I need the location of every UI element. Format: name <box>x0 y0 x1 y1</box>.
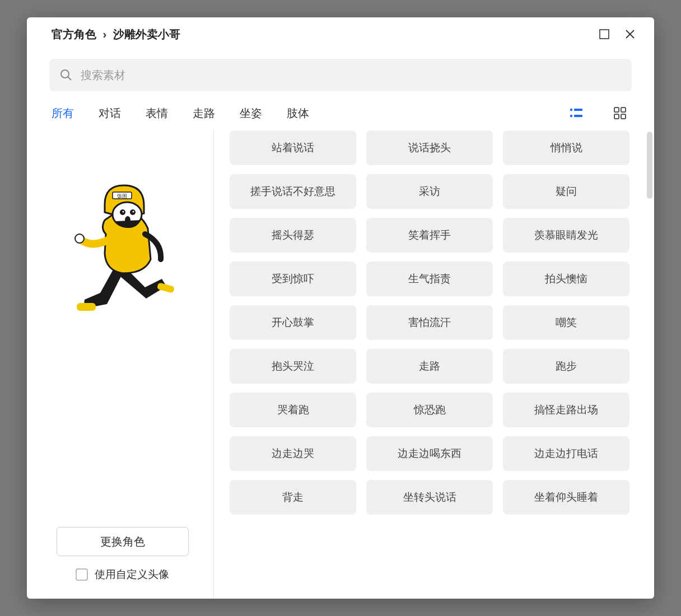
svg-point-3 <box>61 70 69 78</box>
close-button[interactable] <box>617 23 643 45</box>
asset-item[interactable]: 搓手说话不好意思 <box>230 174 356 209</box>
custom-avatar-checkbox[interactable] <box>76 568 88 581</box>
tab-row: 所有 对话 表情 走路 坐姿 肢体 <box>27 98 654 130</box>
change-character-button[interactable]: 更换角色 <box>57 527 189 556</box>
asset-item[interactable]: 羡慕眼睛发光 <box>503 218 629 253</box>
svg-line-4 <box>68 77 72 81</box>
scrollbar-thumb[interactable] <box>647 132 652 199</box>
close-icon <box>625 29 635 39</box>
asset-item[interactable]: 嘲笑 <box>503 305 629 340</box>
asset-item[interactable]: 搞怪走路出场 <box>503 393 629 427</box>
search-icon <box>59 68 73 82</box>
tab-sit[interactable]: 坐姿 <box>240 106 262 121</box>
asset-item[interactable]: 边走边喝东西 <box>366 436 493 471</box>
svg-text:饭困: 饭困 <box>116 193 127 199</box>
svg-point-21 <box>122 211 124 213</box>
breadcrumb-current: 沙雕外卖小哥 <box>113 28 180 40</box>
grid-view-icon <box>613 106 627 120</box>
svg-point-7 <box>570 115 572 117</box>
asset-item[interactable]: 边走边打电话 <box>503 436 629 471</box>
asset-item[interactable]: 摇头得瑟 <box>230 218 356 253</box>
titlebar: 官方角色 › 沙雕外卖小哥 <box>27 17 654 51</box>
maximize-button[interactable] <box>591 23 617 45</box>
asset-item[interactable]: 生气指责 <box>366 262 493 296</box>
svg-rect-12 <box>621 114 626 119</box>
svg-rect-11 <box>614 114 619 119</box>
svg-rect-9 <box>614 108 619 112</box>
grid-view-button[interactable] <box>610 104 629 123</box>
list-view-icon <box>569 107 584 119</box>
breadcrumb-root[interactable]: 官方角色 <box>52 28 96 40</box>
asset-item[interactable]: 抱头哭泣 <box>230 349 356 384</box>
search-input[interactable] <box>81 69 622 82</box>
list-view-button[interactable] <box>567 104 586 123</box>
tab-expression[interactable]: 表情 <box>146 106 168 121</box>
svg-rect-13 <box>156 282 174 293</box>
svg-point-22 <box>132 211 134 213</box>
body: 饭困 更换角色 使用自定义头像 站着说话说话挠头悄悄说搓手说话不好意思采访疑问摇… <box>27 130 654 599</box>
asset-item[interactable]: 惊恐跑 <box>366 393 493 427</box>
custom-avatar-label: 使用自定义头像 <box>95 567 169 582</box>
character-image: 饭困 <box>61 175 184 321</box>
custom-avatar-row: 使用自定义头像 <box>76 567 169 582</box>
asset-item[interactable]: 采访 <box>366 174 493 209</box>
asset-item[interactable]: 背走 <box>230 480 356 515</box>
tab-dialog[interactable]: 对话 <box>99 106 121 121</box>
character-preview-pane: 饭困 更换角色 使用自定义头像 <box>31 130 214 599</box>
asset-item[interactable]: 开心鼓掌 <box>230 305 356 340</box>
svg-rect-6 <box>574 109 582 111</box>
svg-rect-14 <box>77 303 96 311</box>
tab-all[interactable]: 所有 <box>52 106 74 121</box>
tab-walk[interactable]: 走路 <box>193 106 215 121</box>
asset-item[interactable]: 跑步 <box>503 349 629 384</box>
asset-item[interactable]: 疑问 <box>503 174 629 209</box>
svg-point-15 <box>75 234 84 243</box>
asset-item[interactable]: 走路 <box>366 349 493 384</box>
search-bar[interactable] <box>49 59 632 91</box>
asset-picker-window: 官方角色 › 沙雕外卖小哥 所有 对话 表情 走路 坐姿 肢体 <box>27 17 654 599</box>
asset-grid: 站着说话说话挠头悄悄说搓手说话不好意思采访疑问摇头得瑟笑着挥手羡慕眼睛发光受到惊… <box>214 130 645 599</box>
asset-item[interactable]: 害怕流汗 <box>366 305 493 340</box>
asset-item[interactable]: 哭着跑 <box>230 393 356 427</box>
svg-rect-8 <box>574 115 582 117</box>
svg-rect-10 <box>621 108 626 112</box>
scrollbar[interactable] <box>645 130 654 599</box>
svg-point-5 <box>570 109 572 111</box>
asset-item[interactable]: 受到惊吓 <box>230 262 356 296</box>
asset-item[interactable]: 站着说话 <box>230 130 356 165</box>
breadcrumb: 官方角色 › 沙雕外卖小哥 <box>52 27 591 42</box>
tab-body[interactable]: 肢体 <box>287 106 309 121</box>
asset-item[interactable]: 边走边哭 <box>230 436 356 471</box>
svg-rect-0 <box>600 30 609 39</box>
asset-item[interactable]: 坐转头说话 <box>366 480 493 515</box>
breadcrumb-separator: › <box>103 28 107 40</box>
asset-list-pane: 站着说话说话挠头悄悄说搓手说话不好意思采访疑问摇头得瑟笑着挥手羡慕眼睛发光受到惊… <box>214 130 654 599</box>
asset-item[interactable]: 说话挠头 <box>366 130 493 165</box>
asset-item[interactable]: 坐着仰头睡着 <box>503 480 629 515</box>
maximize-icon <box>599 29 609 39</box>
asset-item[interactable]: 笑着挥手 <box>366 218 493 253</box>
asset-item[interactable]: 悄悄说 <box>503 130 629 165</box>
asset-item[interactable]: 拍头懊恼 <box>503 262 629 296</box>
